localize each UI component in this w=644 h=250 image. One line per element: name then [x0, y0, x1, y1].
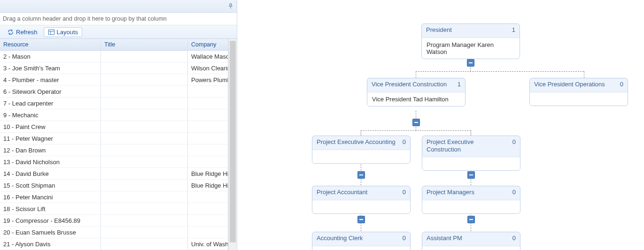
node-title: President [426, 26, 452, 34]
panel-titlebar [0, 0, 237, 13]
table-row[interactable]: 10 - Paint Crew [0, 121, 228, 133]
node-title: Assistant PM [427, 235, 462, 242]
node-title: Vice President Construction [372, 81, 447, 88]
refresh-label: Refresh [16, 29, 38, 36]
cell-resource: 9 - Mechanic [0, 109, 101, 121]
org-node-vp-operations[interactable]: Vice President Operations0 [529, 78, 628, 106]
table-row[interactable]: 6 - Sitework Operator [0, 86, 228, 98]
cell-resource: 19 - Compressor - E8456.89 [0, 215, 101, 226]
cell-resource: 14 - David Burke [0, 168, 101, 179]
cell-resource: 13 - David Nicholson [0, 156, 101, 167]
cell-resource: 10 - Paint Crew [0, 121, 101, 132]
table-row[interactable]: 9 - Mechanic [0, 109, 228, 121]
table-row[interactable]: 12 - Dan Brown [0, 144, 228, 156]
resource-panel: Drag a column header and drop it here to… [0, 0, 237, 250]
node-count: 0 [616, 81, 623, 88]
collapse-toggle[interactable] [467, 171, 475, 179]
cell-company [188, 215, 228, 226]
table-row[interactable]: 7 - Lead carpenter [0, 98, 228, 109]
node-body: Program Manager Karen Watson [422, 38, 520, 59]
table-row[interactable]: 21 - Alyson DavisUniv. of Washington [0, 238, 228, 250]
node-count: 0 [509, 235, 516, 242]
collapse-toggle[interactable] [357, 171, 365, 179]
refresh-button[interactable]: Refresh [3, 27, 42, 37]
cell-company [188, 98, 228, 109]
node-title: Project Executive Construction [427, 138, 509, 154]
cell-resource: 2 - Mason [0, 51, 101, 62]
pin-icon[interactable] [227, 3, 234, 9]
org-node-project-managers[interactable]: Project Managers0 [422, 186, 520, 214]
cell-company [188, 121, 228, 132]
cell-title [101, 86, 188, 97]
resource-grid[interactable]: Resource Title Company 2 - MasonWallace … [0, 39, 228, 250]
cell-resource: 3 - Joe Smith's Team [0, 62, 101, 74]
cell-company [188, 133, 228, 144]
grid-header: Resource Title Company [0, 39, 228, 51]
cell-title [101, 168, 188, 179]
cell-resource: 6 - Sitework Operator [0, 86, 101, 97]
vertical-scrollbar[interactable] [228, 39, 237, 250]
node-count: 0 [509, 189, 516, 196]
cell-title [101, 203, 188, 214]
collapse-toggle[interactable] [467, 216, 475, 223]
node-body [312, 246, 410, 250]
table-row[interactable]: 11 - Peter Wagner [0, 133, 228, 144]
collapse-toggle[interactable] [412, 119, 420, 126]
node-count: 0 [399, 138, 406, 145]
cell-company [188, 191, 228, 203]
table-row[interactable]: 13 - David Nicholson [0, 156, 228, 168]
org-node-vp-construction[interactable]: Vice President Construction1 Vice Presid… [367, 78, 466, 106]
org-node-project-accountant[interactable]: Project Accountant0 [312, 186, 411, 214]
org-node-accounting-clerk[interactable]: Accounting Clerk0 [312, 232, 411, 250]
org-node-president[interactable]: President1 Program Manager Karen Watson [421, 23, 520, 59]
col-company[interactable]: Company [188, 39, 228, 50]
layouts-icon [48, 29, 55, 36]
table-row[interactable]: 2 - MasonWallace Masonry [0, 51, 228, 62]
table-row[interactable]: 16 - Peter Mancini [0, 191, 228, 203]
node-count: 0 [399, 235, 406, 242]
table-row[interactable]: 4 - Plumber - masterPowers Plumbing, In [0, 74, 228, 86]
node-title: Project Managers [427, 189, 474, 196]
org-chart-canvas[interactable]: President1 Program Manager Karen Watson … [237, 0, 644, 250]
cell-title [101, 238, 188, 250]
node-body [422, 200, 520, 213]
grid-toolbar: Refresh Layouts [0, 25, 237, 39]
table-row[interactable]: 20 - Euan Samuels Brusse [0, 227, 228, 238]
col-resource[interactable]: Resource [0, 39, 101, 50]
cell-resource: 12 - Dan Brown [0, 144, 101, 156]
group-by-hint[interactable]: Drag a column header and drop it here to… [0, 13, 237, 25]
connector [584, 71, 584, 78]
node-count: 1 [508, 26, 515, 33]
table-row[interactable]: 18 - Scissor Lift [0, 203, 228, 215]
node-body [530, 92, 628, 106]
node-body [312, 200, 410, 213]
connector [416, 71, 584, 72]
cell-resource: 15 - Scott Shipman [0, 180, 101, 191]
cell-title [101, 180, 188, 191]
node-count: 1 [454, 81, 461, 88]
org-node-pe-construction[interactable]: Project Executive Construction0 [422, 136, 520, 171]
node-title: Project Accountant [317, 189, 367, 196]
org-node-pe-accounting[interactable]: Project Executive Accounting0 [312, 136, 411, 164]
scrollbar-thumb[interactable] [230, 41, 236, 242]
connector [361, 130, 471, 131]
connector [416, 71, 416, 78]
table-row[interactable]: 3 - Joe Smith's TeamWilson Clearing & D [0, 62, 228, 74]
cell-company: Wallace Masonry [188, 51, 228, 62]
node-title: Project Executive Accounting [317, 138, 396, 146]
collapse-toggle[interactable] [467, 59, 474, 67]
cell-title [101, 156, 188, 167]
cell-company [188, 227, 228, 238]
col-title[interactable]: Title [101, 39, 188, 50]
cell-company: Blue Ridge Highway [188, 180, 228, 191]
table-row[interactable]: 14 - David BurkeBlue Ridge Highway [0, 168, 228, 180]
collapse-toggle[interactable] [357, 216, 365, 223]
node-body: Vice President Tad Hamilton [367, 92, 465, 106]
table-row[interactable]: 15 - Scott ShipmanBlue Ridge Highway [0, 180, 228, 191]
cell-company [188, 86, 228, 97]
cell-title [101, 109, 188, 121]
org-node-assistant-pm[interactable]: Assistant PM0 [422, 232, 520, 250]
cell-title [101, 51, 188, 62]
layouts-button[interactable]: Layouts [44, 27, 83, 37]
table-row[interactable]: 19 - Compressor - E8456.89 [0, 215, 228, 227]
